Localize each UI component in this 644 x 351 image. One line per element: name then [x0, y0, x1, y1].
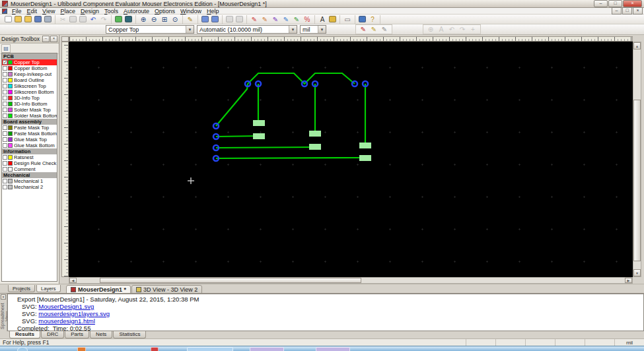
menu-tools[interactable]: Tools — [102, 8, 121, 15]
layer-row-3d-info-top[interactable]: 3D-Info Top — [2, 95, 57, 101]
new-file-icon[interactable] — [5, 16, 12, 22]
taskbar-button-2[interactable] — [316, 347, 350, 351]
close-icon[interactable]: × — [1, 294, 6, 300]
visibility-checkbox[interactable] — [3, 90, 7, 94]
open-file-icon[interactable] — [15, 16, 22, 22]
visibility-checkbox[interactable] — [3, 167, 7, 172]
layer-row-paste-mask-top[interactable]: Paste Mask Top — [2, 125, 57, 131]
scroll-down-icon[interactable]: ▼ — [633, 269, 641, 276]
smd-pad[interactable] — [359, 143, 371, 148]
smd-pad[interactable] — [309, 144, 321, 150]
close-button[interactable]: × — [623, 0, 642, 7]
menu-file[interactable]: File — [9, 8, 24, 15]
taskbar-button-active[interactable] — [187, 347, 233, 351]
layer-row-silkscreen-bottom[interactable]: Silkscreen Bottom — [2, 89, 57, 95]
layer-row-mechanical-2[interactable]: Mechanical 2 — [2, 184, 57, 190]
design-rules-icon[interactable]: ✎ — [250, 15, 259, 24]
layer-row-solder-mask-top[interactable]: Solder Mask Top — [2, 107, 57, 113]
menu-design[interactable]: Design — [78, 8, 102, 15]
panel-tab-layers[interactable]: Layers — [36, 285, 61, 292]
layer-row-silkscreen-top[interactable]: Silkscreen Top — [2, 83, 57, 89]
active-layer-select[interactable]: Copper Top ▼ — [106, 25, 194, 34]
print-icon[interactable] — [44, 16, 52, 22]
menu-autoroute[interactable]: Autoroute — [121, 8, 152, 15]
visibility-checkbox[interactable] — [3, 179, 7, 183]
through-hole-pad[interactable] — [352, 81, 357, 86]
edit-net-icon[interactable]: ✎ — [260, 15, 269, 24]
ripup-router-icon[interactable]: ✎ — [380, 25, 389, 34]
horizontal-scrollbar-thumb[interactable] — [100, 278, 361, 283]
visibility-checkbox[interactable] — [3, 143, 7, 148]
redraw-screen-icon[interactable] — [115, 16, 122, 22]
scroll-right-icon[interactable]: ▶ — [625, 278, 632, 283]
log-link[interactable]: mouserdesign1.html — [38, 317, 95, 325]
layer-row-design-rule-check[interactable]: Design Rule Check — [2, 160, 57, 166]
layer-row-glue-mask-bottom[interactable]: Glue Mask Bottom — [2, 143, 57, 148]
minimize-button[interactable]: – — [594, 0, 608, 7]
visibility-checkbox[interactable] — [3, 185, 7, 189]
log-link[interactable]: MouserDesign1.svg — [38, 303, 94, 310]
vertical-scrollbar-thumb[interactable] — [633, 100, 641, 261]
visibility-checkbox[interactable] — [3, 108, 7, 112]
spreadsheet-tab-parts[interactable]: Parts — [65, 331, 89, 338]
visibility-checkbox[interactable] — [3, 137, 7, 142]
edit-trace-icon[interactable]: ✎ — [281, 15, 291, 24]
taskbar-icon-red[interactable] — [151, 347, 159, 351]
layer-row-paste-mask-bottom[interactable]: Paste Mask Bottom — [2, 131, 57, 137]
copper-trace[interactable] — [216, 84, 248, 126]
smd-pad[interactable] — [309, 131, 321, 137]
place-line-icon[interactable]: ✎ — [186, 15, 195, 24]
smd-pad[interactable] — [253, 120, 265, 126]
smd-pad[interactable] — [253, 133, 265, 139]
connection-machine-icon[interactable]: ✎ — [369, 25, 378, 34]
layer-row-mechanical-1[interactable]: Mechanical 1 — [2, 178, 57, 184]
menu-view[interactable]: View — [40, 8, 57, 15]
visibility-checkbox[interactable] — [3, 78, 7, 82]
scroll-up-icon[interactable]: ▲ — [633, 42, 641, 49]
layer-row-solder-mask-bottom[interactable]: Solder Mask Bottom — [2, 113, 57, 119]
panel-minimize-button[interactable]: – — [42, 36, 50, 42]
spreadsheet-tab-drc[interactable]: DRC — [41, 331, 64, 338]
follow-me-router-icon[interactable]: ✎ — [359, 25, 368, 34]
visibility-checkbox[interactable] — [3, 125, 7, 130]
copper-trace[interactable] — [248, 73, 355, 84]
grid-select[interactable]: Automatic (10.0000 mil) ▼ — [197, 25, 297, 34]
zoom-out-icon[interactable]: ⊖ — [149, 15, 159, 24]
visibility-checkbox[interactable] — [3, 84, 7, 88]
start-orb[interactable] — [17, 347, 28, 351]
import-file-icon[interactable] — [329, 16, 336, 22]
layer-row-board-outline[interactable]: Board Outline — [2, 77, 57, 83]
copper-trace[interactable] — [216, 136, 259, 137]
copper-trace[interactable] — [216, 158, 365, 158]
visibility-checkbox[interactable] — [3, 113, 7, 118]
mdi-minimize-button[interactable]: – — [612, 7, 622, 15]
visibility-checkbox[interactable] — [3, 161, 7, 166]
menu-edit[interactable]: Edit — [24, 8, 40, 15]
edit-copper-icon[interactable]: ✎ — [292, 15, 301, 24]
layer-row-ratsnest[interactable]: Ratsnest — [2, 154, 57, 160]
panel-close-button[interactable]: × — [50, 36, 57, 42]
visibility-checkbox[interactable]: ✓ — [3, 60, 7, 65]
layer-properties-icon[interactable]: ▤ — [1, 44, 11, 53]
zoom-window-icon[interactable]: ⊞ — [160, 15, 169, 24]
reports-icon[interactable] — [359, 16, 366, 22]
menu-place[interactable]: Place — [57, 8, 78, 15]
menu-options[interactable]: Options — [152, 8, 178, 15]
horizontal-scrollbar[interactable]: ◀ ▶ — [69, 277, 633, 284]
spreadsheet-tab-statistics[interactable]: Statistics — [113, 331, 146, 338]
help-icon[interactable]: ? — [368, 15, 377, 24]
units-select[interactable]: mil ▼ — [300, 25, 326, 34]
screen-capture-icon[interactable] — [125, 16, 132, 22]
taskbar-button-1[interactable] — [250, 347, 284, 351]
select-rectangle-icon[interactable]: ▭ — [343, 15, 352, 24]
scroll-left-icon[interactable]: ◀ — [69, 278, 77, 283]
visibility-checkbox[interactable] — [3, 96, 7, 100]
visibility-checkbox[interactable] — [3, 155, 7, 160]
save-icon[interactable] — [34, 16, 42, 22]
mdi-restore-button[interactable]: □ — [622, 7, 632, 15]
visibility-checkbox[interactable] — [3, 66, 7, 71]
net-colors-icon[interactable]: % — [303, 15, 312, 24]
open-sample-icon[interactable] — [24, 16, 32, 22]
layer-row-keep-in-keep-out[interactable]: Keep-in/keep-out — [2, 71, 57, 77]
undo-icon[interactable]: ↶ — [89, 15, 98, 24]
